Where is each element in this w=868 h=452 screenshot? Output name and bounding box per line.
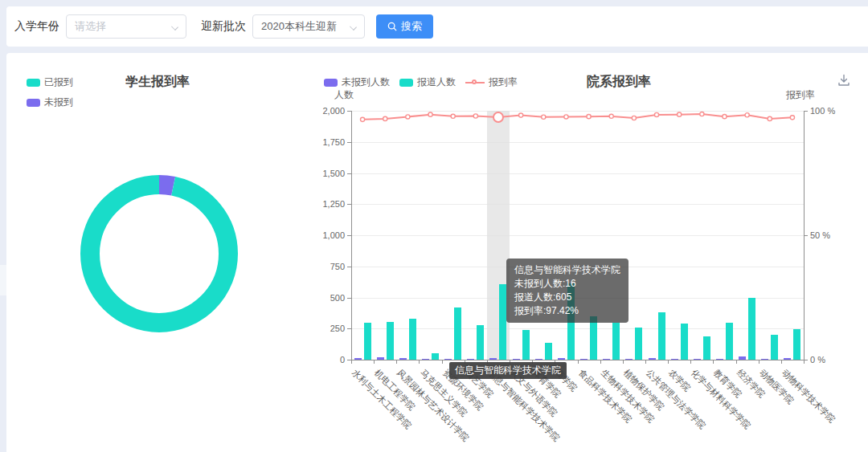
chevron-down-icon (350, 23, 357, 31)
batch-select-value: 2020本科生迎新 (261, 19, 337, 34)
x-axis-tick (442, 360, 443, 364)
legend-item-not-reported-count[interactable]: 未报到人数 (324, 75, 390, 89)
search-icon (387, 22, 397, 31)
x-axis-tick (578, 360, 579, 364)
line-point[interactable] (768, 116, 772, 120)
line-point[interactable] (428, 112, 432, 116)
tooltip-row: 报到率:97.42% (514, 304, 620, 318)
legend-item-report-rate[interactable]: 报到率 (465, 75, 518, 89)
legend-swatch (27, 99, 40, 107)
x-axis-tick (759, 360, 760, 364)
y2-axis-tick-label: 100 % (810, 106, 835, 116)
line-point[interactable] (723, 115, 727, 119)
y2-axis-name: 报到率 (786, 88, 815, 102)
dept-report-chart-plot: 2,0001,7501,5001,2501,0007505002500100 %… (351, 111, 804, 360)
y-axis-tick-label: 2,000 (322, 106, 345, 116)
tooltip-title: 信息与智能科学技术学院 (514, 263, 620, 277)
legend-label: 未报到 (44, 96, 73, 109)
y2-axis-tick-label: 0 % (810, 355, 825, 364)
page-edge-strip (0, 265, 6, 295)
chevron-down-icon (171, 23, 178, 31)
line-point[interactable] (360, 117, 364, 121)
legend-item-reported-count[interactable]: 报道人数 (399, 75, 456, 89)
legend-swatch (27, 79, 40, 87)
x-axis-tick (781, 360, 782, 364)
donut-slice-reported[interactable] (90, 185, 228, 323)
year-label: 入学年份 (14, 19, 59, 34)
x-axis-tick (804, 360, 805, 364)
y-axis-tick-label: 0 (340, 355, 345, 364)
line-point[interactable] (609, 114, 613, 118)
student-chart-title: 学生报到率 (125, 74, 190, 91)
y-axis-tick-label: 500 (330, 293, 345, 303)
y2-axis-tick-label: 50 % (810, 230, 830, 240)
x-axis-tick (736, 360, 737, 364)
download-icon[interactable] (836, 72, 852, 88)
dept-chart-title: 院系报到率 (587, 74, 651, 91)
line-point[interactable] (542, 115, 546, 119)
y-axis-tick-label: 1,750 (322, 137, 345, 147)
line-point[interactable] (383, 116, 387, 120)
line-point[interactable] (632, 116, 636, 120)
legend-label: 报到率 (489, 75, 518, 89)
line-point[interactable] (519, 113, 523, 117)
batch-select[interactable]: 2020本科生迎新 (252, 14, 365, 39)
student-chart-legend: 已报到 未报到 (27, 75, 73, 109)
y-axis-tick-label: 1,500 (322, 169, 345, 178)
line-point[interactable] (406, 115, 410, 119)
year-select-placeholder: 请选择 (75, 19, 106, 34)
legend-item-reported[interactable]: 已报到 (27, 75, 73, 89)
legend-swatch (399, 79, 413, 87)
x-axis-tick (600, 360, 601, 364)
line-point[interactable] (790, 116, 794, 120)
x-axis-tick (374, 360, 375, 364)
student-report-donut-chart[interactable] (80, 175, 238, 332)
line-point[interactable] (564, 115, 568, 119)
batch-label: 迎新批次 (201, 19, 246, 34)
x-axis-tick (690, 360, 691, 364)
line-point[interactable] (473, 114, 477, 118)
legend-label: 报道人数 (417, 75, 456, 89)
line-path (362, 114, 792, 120)
chart-tooltip: 信息与智能科学技术学院 未报到人数:16 报道人数:605 报到率:97.42% (506, 259, 628, 323)
line-point[interactable] (745, 113, 749, 117)
x-axis-tick (419, 360, 420, 364)
tooltip-row: 报道人数:605 (514, 291, 620, 304)
x-axis-tick (351, 360, 352, 364)
x-axis-tick (668, 360, 669, 364)
y-axis-name: 人数 (334, 88, 354, 102)
legend-item-not-reported[interactable]: 未报到 (27, 96, 73, 109)
y-axis-tick-label: 1,000 (322, 230, 345, 240)
y-axis-tick-label: 750 (330, 262, 345, 271)
x-axis-tick (645, 360, 646, 364)
line-point[interactable] (678, 112, 682, 116)
x-axis-tick (396, 360, 397, 364)
line-point[interactable] (587, 115, 591, 119)
y-axis-tick-label: 1,250 (322, 199, 345, 209)
search-button[interactable]: 搜索 (376, 14, 433, 39)
year-select[interactable]: 请选择 (66, 14, 186, 39)
x-axis-tick (623, 360, 624, 364)
line-point[interactable] (654, 112, 658, 116)
y2-axis-line (804, 111, 805, 364)
dept-chart-legend: 未报到人数 报道人数 报到率 (324, 75, 518, 89)
search-button-label: 搜索 (401, 19, 422, 34)
tooltip-row: 未报到人数:16 (514, 277, 620, 291)
x-axis-tick (713, 360, 714, 364)
axis-pointer-label: 信息与智能科学技术学院 (449, 362, 567, 379)
legend-label: 未报到人数 (342, 75, 390, 89)
line-point[interactable] (700, 112, 704, 116)
y-axis-tick-label: 250 (330, 324, 345, 333)
legend-label: 已报到 (44, 75, 73, 89)
line-point[interactable] (451, 114, 455, 118)
filter-bar: 入学年份 请选择 迎新批次 2020本科生迎新 搜索 (6, 6, 868, 47)
legend-swatch (324, 79, 338, 87)
line-point-hovered[interactable] (493, 112, 503, 122)
line-series-icon (465, 79, 485, 87)
dashboard-card: 已报到 未报到 学生报到率 未报到人数 报道人数 报到率 院系报到率 人数 报到… (6, 53, 868, 452)
